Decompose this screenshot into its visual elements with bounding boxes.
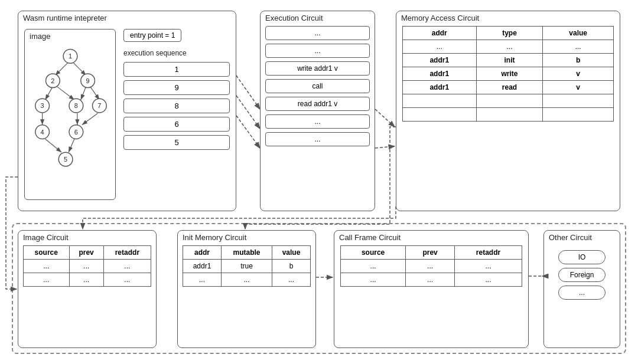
im-header-addr: addr	[183, 246, 222, 260]
table-row: addr1initb	[403, 54, 614, 67]
table-row: .........	[24, 260, 151, 273]
svg-line-33	[236, 96, 260, 129]
svg-line-11	[69, 139, 74, 152]
wasm-panel-title: Wasm runtime intepreter	[18, 11, 236, 24]
svg-line-35	[375, 109, 395, 127]
image-sub-panel: image	[24, 29, 116, 200]
mem-access-title: Memory Access Circuit	[396, 11, 620, 24]
ec-item-5: ...	[265, 114, 370, 129]
ic-header-retaddr: retaddr	[103, 246, 151, 260]
svg-text:9: 9	[86, 77, 90, 84]
cf-header-prev: prev	[406, 246, 455, 260]
seq-box-5: 5	[123, 135, 230, 150]
init-memory-title: Init Memory Circuit	[178, 231, 315, 243]
svg-text:5: 5	[64, 156, 67, 163]
image-circuit-panel: Image Circuit source prev retaddr ......…	[18, 230, 157, 348]
exec-circuit-title: Execution Circuit	[261, 11, 375, 24]
svg-text:2: 2	[51, 77, 54, 84]
svg-line-4	[57, 87, 74, 100]
ec-item-1: ...	[265, 26, 370, 40]
ic-header-prev: prev	[69, 246, 103, 260]
table-row: .........	[403, 40, 614, 54]
ec-item-write: write addr1 v	[265, 61, 370, 76]
svg-line-32	[236, 76, 260, 109]
svg-line-36	[375, 146, 395, 148]
graph-svg: 1 2 9 3 8 7 4 6 5	[25, 29, 115, 199]
im-header-mutable: mutable	[222, 246, 272, 260]
svg-line-2	[73, 62, 86, 76]
exec-circuit-panel: Execution Circuit ... ... write addr1 v …	[260, 11, 375, 211]
svg-text:8: 8	[74, 102, 78, 109]
init-memory-panel: Init Memory Circuit addr mutable value a…	[177, 230, 316, 348]
svg-text:4: 4	[41, 129, 44, 136]
table-row: addr1trueb	[183, 260, 311, 273]
image-circuit-table: source prev retaddr ......... .........	[23, 245, 151, 287]
other-circuit-foreign: Foreign	[558, 268, 606, 282]
seq-box-9: 9	[123, 80, 230, 95]
exec-seq-title: execution sequence	[123, 49, 230, 57]
table-row: .........	[341, 260, 522, 273]
mem-access-panel: Memory Access Circuit addr type value ..…	[396, 11, 620, 211]
seq-box-8: 8	[123, 99, 230, 113]
table-row: addr1readv	[403, 81, 614, 94]
other-circuit-title: Other Circuit	[544, 231, 620, 243]
mem-access-table: addr type value ......... addr1initb add…	[402, 26, 614, 122]
svg-line-3	[45, 87, 53, 100]
ic-header-source: source	[24, 246, 70, 260]
svg-text:7: 7	[97, 102, 101, 109]
init-memory-table: addr mutable value addr1trueb .........	[183, 245, 311, 287]
table-row: .........	[183, 273, 311, 287]
other-circuit-io: IO	[558, 250, 606, 264]
ec-item-6: ...	[265, 132, 370, 146]
svg-line-1	[55, 62, 69, 76]
ma-header-addr: addr	[403, 27, 477, 40]
call-frame-panel: Call Frame Circuit source prev retaddr .…	[334, 230, 529, 348]
cf-header-retaddr: retaddr	[454, 246, 522, 260]
seq-box-6: 6	[123, 117, 230, 132]
image-circuit-title: Image Circuit	[18, 231, 156, 243]
ec-item-2: ...	[265, 44, 370, 58]
ec-item-read: read addr1 v	[265, 97, 370, 111]
other-circuit-ellipsis: ...	[558, 286, 606, 300]
svg-line-5	[81, 87, 86, 100]
diagram-container: Wasm runtime intepreter image	[0, 0, 638, 364]
entry-point-box: entry point = 1	[123, 29, 181, 42]
table-row	[403, 108, 614, 122]
svg-text:6: 6	[74, 129, 78, 136]
table-row: .........	[24, 273, 151, 287]
ma-header-value: value	[543, 27, 614, 40]
im-header-value: value	[272, 246, 310, 260]
call-frame-table: source prev retaddr ......... .........	[340, 245, 522, 287]
svg-line-6	[90, 87, 100, 100]
svg-line-34	[236, 116, 260, 148]
seq-box-1: 1	[123, 62, 230, 77]
table-row	[403, 94, 614, 108]
table-row: .........	[341, 273, 522, 287]
ec-item-call: call	[265, 79, 370, 93]
exec-seq-panel: entry point = 1 execution sequence 1 9 8…	[123, 29, 230, 200]
call-frame-title: Call Frame Circuit	[334, 231, 528, 243]
svg-line-10	[45, 139, 62, 152]
other-circuit-panel: Other Circuit IO Foreign ...	[543, 230, 620, 348]
table-row: addr1writev	[403, 67, 614, 81]
ma-header-type: type	[476, 27, 543, 40]
svg-text:1: 1	[69, 53, 72, 60]
svg-line-9	[82, 113, 98, 125]
cf-header-source: source	[341, 246, 406, 260]
svg-text:3: 3	[41, 102, 44, 109]
wasm-runtime-panel: Wasm runtime intepreter image	[18, 11, 236, 211]
